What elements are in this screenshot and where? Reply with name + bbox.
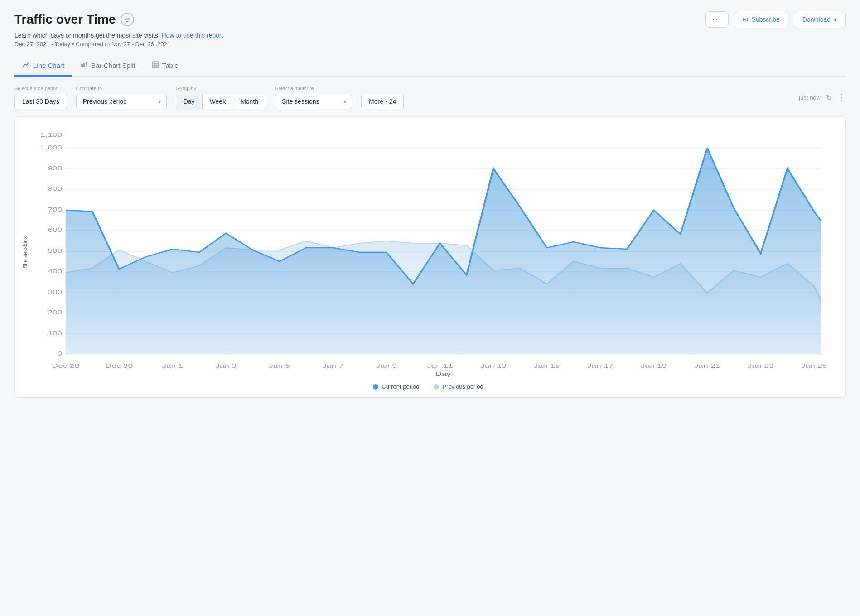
svg-text:Jan 25: Jan 25 — [801, 362, 827, 369]
svg-text:Jan 17: Jan 17 — [587, 362, 614, 369]
svg-text:500: 500 — [48, 247, 62, 254]
bar-chart-icon — [81, 61, 88, 70]
svg-rect-2 — [86, 62, 87, 67]
legend-current-dot — [373, 384, 378, 390]
group-by-group: Group by Day Week Month — [176, 86, 266, 109]
compare-select[interactable]: Previous period Previous year None — [76, 94, 167, 109]
legend-previous: Previous period — [434, 383, 483, 390]
svg-text:800: 800 — [48, 185, 62, 192]
tab-bar-chart[interactable]: Bar Chart Split — [72, 57, 144, 77]
svg-text:Day: Day — [435, 371, 451, 377]
refresh-button[interactable]: ↻ — [826, 93, 832, 102]
tab-line-chart[interactable]: Line Chart — [14, 57, 72, 77]
table-icon — [152, 61, 159, 70]
header-actions: ··· ✉ Subscribe Download ▾ — [705, 11, 846, 28]
svg-text:900: 900 — [48, 165, 62, 171]
compare-select-wrapper: Previous period Previous year None — [76, 94, 167, 109]
measure-label: Select a measure — [275, 86, 352, 91]
svg-text:Jan 9: Jan 9 — [376, 362, 397, 369]
title-chevron-button[interactable]: ⊙ — [121, 13, 134, 26]
download-chevron-icon: ▾ — [834, 16, 837, 23]
svg-text:100: 100 — [48, 330, 62, 336]
time-period-button[interactable]: Last 30 Days — [14, 94, 67, 109]
page-title: Traffic over Time — [14, 12, 116, 27]
time-period-label: Select a time period — [14, 86, 67, 91]
svg-text:300: 300 — [48, 289, 62, 295]
subtitle: Learn which days or months get the most … — [14, 32, 846, 39]
measure-select[interactable]: Site sessions Unique visitors Page views — [275, 94, 352, 109]
svg-marker-32 — [66, 148, 821, 354]
subscribe-button[interactable]: ✉ Subscribe — [734, 11, 788, 28]
svg-text:Jan 19: Jan 19 — [641, 362, 667, 369]
svg-text:1,100: 1,100 — [40, 131, 62, 138]
tab-bar-chart-label: Bar Chart Split — [91, 62, 135, 69]
y-axis-label: Site sessions — [22, 236, 29, 269]
compare-label: Compare to — [76, 86, 167, 91]
measure-select-wrapper: Site sessions Unique visitors Page views — [275, 94, 352, 109]
time-period-group: Select a time period Last 30 Days — [14, 86, 67, 109]
measure-group: Select a measure Site sessions Unique vi… — [275, 86, 352, 109]
svg-text:Jan 7: Jan 7 — [322, 362, 343, 369]
svg-text:Jan 1: Jan 1 — [162, 362, 183, 369]
line-chart-icon — [23, 61, 30, 70]
svg-text:Jan 3: Jan 3 — [215, 362, 237, 369]
svg-text:Jan 23: Jan 23 — [748, 362, 774, 369]
tabs-nav: Line Chart Bar Chart Split Table — [14, 57, 846, 77]
svg-text:0: 0 — [58, 350, 63, 356]
group-day-button[interactable]: Day — [176, 94, 203, 109]
svg-rect-1 — [83, 63, 85, 67]
chart-options-button[interactable]: ⋮ — [837, 92, 846, 102]
svg-text:700: 700 — [48, 206, 62, 212]
tab-line-chart-label: Line Chart — [33, 62, 64, 69]
svg-text:600: 600 — [48, 226, 62, 233]
svg-rect-3 — [152, 62, 159, 68]
group-by-buttons: Day Week Month — [176, 94, 266, 109]
subscribe-label: Subscribe — [751, 16, 779, 23]
group-week-button[interactable]: Week — [203, 94, 234, 109]
more-measures-group: More • 24 — [361, 86, 404, 109]
tab-table-label: Table — [162, 62, 179, 69]
svg-text:Jan 11: Jan 11 — [427, 362, 453, 369]
group-by-label: Group by — [176, 86, 266, 91]
tab-table[interactable]: Table — [144, 57, 187, 77]
chart-svg: 0 100 200 300 400 500 600 700 800 900 1,… — [32, 128, 834, 377]
legend-current-label: Current period — [382, 383, 419, 390]
legend-previous-dot — [434, 384, 439, 390]
chart-container: Site sessions — [14, 116, 846, 398]
legend-current: Current period — [373, 383, 419, 390]
title-group: Traffic over Time ⊙ — [14, 12, 134, 27]
more-measures-button[interactable]: More • 24 — [361, 94, 404, 109]
how-to-use-link[interactable]: How to use this report — [161, 32, 223, 39]
last-updated: just now — [799, 94, 821, 101]
more-options-button[interactable]: ··· — [705, 11, 729, 28]
group-month-button[interactable]: Month — [233, 94, 266, 109]
svg-text:1,000: 1,000 — [40, 144, 62, 150]
download-button[interactable]: Download ▾ — [794, 11, 846, 28]
chart-legend: Current period Previous period — [22, 383, 834, 390]
legend-previous-label: Previous period — [442, 383, 483, 390]
svg-text:400: 400 — [48, 268, 62, 274]
chart-inner: 0 100 200 300 400 500 600 700 800 900 1,… — [32, 128, 834, 377]
subscribe-icon: ✉ — [743, 16, 748, 23]
svg-text:Jan 21: Jan 21 — [694, 362, 720, 369]
svg-text:Jan 5: Jan 5 — [269, 362, 290, 369]
controls-row: Select a time period Last 30 Days Compar… — [14, 77, 846, 116]
svg-text:200: 200 — [48, 309, 62, 315]
chart-area: Site sessions — [22, 128, 834, 377]
svg-rect-0 — [81, 64, 83, 67]
compare-group: Compare to Previous period Previous year… — [76, 86, 167, 109]
svg-text:Dec 28: Dec 28 — [52, 362, 79, 369]
svg-text:Jan 15: Jan 15 — [534, 362, 560, 369]
svg-text:Jan 13: Jan 13 — [480, 362, 507, 369]
svg-text:Dec 30: Dec 30 — [105, 362, 133, 369]
date-range: Dec 27, 2021 - Today • Compared to Nov 2… — [14, 41, 846, 48]
right-controls: just now ↻ ⋮ — [799, 92, 846, 102]
download-label: Download — [802, 16, 831, 23]
